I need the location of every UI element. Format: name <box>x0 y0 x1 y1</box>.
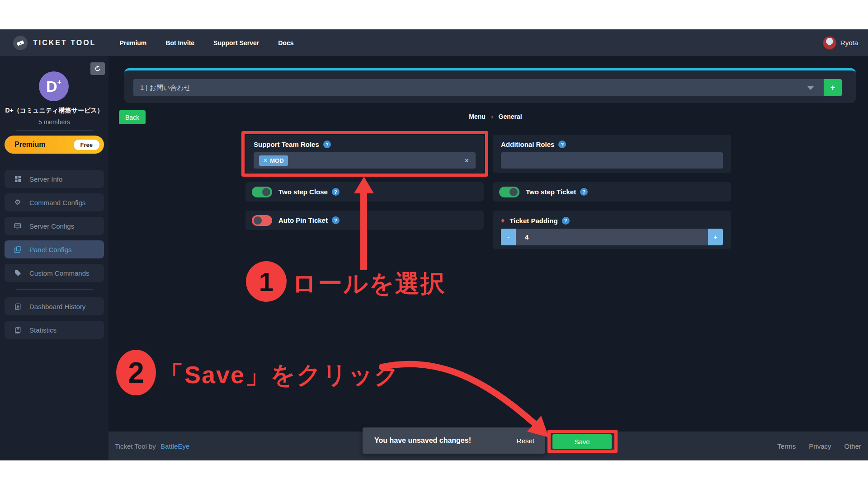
increment-button[interactable]: + <box>708 229 723 245</box>
divider <box>16 130 93 131</box>
other-link[interactable]: Other <box>844 442 861 450</box>
sidebar-item-server-configs[interactable]: Server Configs <box>5 217 104 235</box>
refresh-icon <box>94 66 101 72</box>
sidebar-nav: Server Info ⚙ Command Configs Server Con… <box>5 170 104 282</box>
window-icon <box>14 223 22 230</box>
support-team-roles-label: Support Team Roles <box>254 141 319 148</box>
support-team-roles-input[interactable]: ✕ MOD ✕ <box>254 152 476 169</box>
sidebar-item-label: Server Configs <box>29 222 74 230</box>
auto-pin-ticket-card: Auto Pin Ticket ? <box>245 211 484 230</box>
two-step-close-card: Two step Close ? <box>245 182 484 202</box>
journal-icon <box>14 303 22 310</box>
help-icon[interactable]: ? <box>332 216 340 224</box>
help-icon[interactable]: ? <box>580 188 588 196</box>
help-icon[interactable]: ? <box>323 141 331 148</box>
two-step-close-toggle[interactable] <box>252 187 272 197</box>
sidebar-item-statistics[interactable]: Statistics <box>5 321 104 339</box>
selected-panel: 1 | お問い合わせ <box>140 84 191 92</box>
ticket-tool-logo[interactable]: TICKET TOOL <box>13 36 96 50</box>
sidebar-item-label: Dashboard History <box>29 303 85 310</box>
back-button[interactable]: Back <box>119 110 146 124</box>
nav-link-bot-invite[interactable]: Bot Invite <box>165 39 194 47</box>
nav-link-support-server[interactable]: Support Server <box>213 39 259 47</box>
two-step-ticket-label: Two step Ticket <box>526 188 576 196</box>
remove-role-icon[interactable]: ✕ <box>263 158 267 164</box>
panels-icon <box>14 246 22 253</box>
sidebar-item-dashboard-history[interactable]: Dashboard History <box>5 297 104 315</box>
two-step-ticket-card: Two step Ticket ? <box>493 182 731 202</box>
panel-select-dropdown[interactable]: 1 | お問い合わせ <box>133 79 824 96</box>
sidebar: D+ D+（コミュニティ構築サービス） 5 members Premium Fr… <box>0 56 108 460</box>
user-name: Ryota <box>840 39 858 47</box>
server-avatar: D+ <box>39 71 69 101</box>
terms-link[interactable]: Terms <box>777 442 796 450</box>
tag-icon <box>14 270 22 277</box>
panel-selector-card: 1 | お問い合わせ + <box>124 68 856 103</box>
breadcrumb-current: General <box>499 113 522 120</box>
premium-gem-icon: ♦ <box>501 216 505 225</box>
nav-link-premium[interactable]: Premium <box>119 39 146 47</box>
sidebar-nav-secondary: Dashboard History Statistics <box>5 297 104 339</box>
help-icon[interactable]: ? <box>332 188 340 196</box>
decrement-button[interactable]: - <box>501 229 516 245</box>
battleeye-link[interactable]: BattleEye <box>160 442 189 450</box>
footer-links: Terms Privacy Other <box>777 442 861 450</box>
role-tag-mod: ✕ MOD <box>259 155 288 166</box>
top-navbar: TICKET TOOL Premium Bot Invite Support S… <box>0 29 868 56</box>
ticket-tool-app: TICKET TOOL Premium Bot Invite Support S… <box>0 29 868 460</box>
clear-roles-icon[interactable]: ✕ <box>464 157 469 164</box>
user-avatar <box>823 36 836 50</box>
help-icon[interactable]: ? <box>562 217 570 225</box>
reset-button[interactable]: Reset <box>517 437 534 445</box>
main-content: 1 | お問い合わせ + Back Menu › General <box>108 56 868 460</box>
sidebar-item-label: Panel Configs <box>29 246 71 253</box>
server-name: D+（コミュニティ構築サービス） <box>0 107 108 115</box>
save-button[interactable]: Save <box>552 434 612 449</box>
ticket-padding-value[interactable]: 4 <box>516 229 708 245</box>
logo-text: TICKET TOOL <box>33 39 96 47</box>
sidebar-item-label: Statistics <box>29 326 57 334</box>
ticket-icon <box>13 36 28 50</box>
breadcrumb: Menu › General <box>469 113 522 120</box>
privacy-link[interactable]: Privacy <box>809 442 831 450</box>
refresh-server-button[interactable] <box>90 62 105 75</box>
footer-credit: Ticket Tool by BattleEye <box>115 442 189 450</box>
add-panel-button[interactable]: + <box>824 79 842 96</box>
page: TICKET TOOL Premium Bot Invite Support S… <box>0 0 868 488</box>
sidebar-item-panel-configs[interactable]: Panel Configs <box>5 240 104 258</box>
journal-icon <box>14 327 22 333</box>
ticket-padding-stepper: - 4 + <box>501 229 723 245</box>
breadcrumb-separator: › <box>491 113 493 120</box>
additional-roles-input[interactable] <box>501 152 723 169</box>
sidebar-item-custom-commands[interactable]: Custom Commands <box>5 264 104 282</box>
premium-upgrade-button[interactable]: Premium Free <box>5 136 104 154</box>
divider <box>16 161 93 161</box>
sidebar-item-label: Custom Commands <box>29 269 90 277</box>
two-step-close-label: Two step Close <box>278 188 328 196</box>
sidebar-item-label: Command Configs <box>29 199 85 206</box>
nav-link-docs[interactable]: Docs <box>278 39 293 47</box>
help-icon[interactable]: ? <box>558 141 566 148</box>
ticket-padding-label: Ticket Padding <box>509 217 557 225</box>
navbar-links: Premium Bot Invite Support Server Docs <box>119 39 293 47</box>
divider <box>16 289 93 290</box>
support-team-roles-card: Support Team Roles ? ✕ MOD ✕ <box>245 135 484 173</box>
member-count: 5 members <box>0 118 108 126</box>
sidebar-item-server-info[interactable]: Server Info <box>5 170 104 188</box>
auto-pin-ticket-toggle[interactable] <box>252 215 272 226</box>
auto-pin-ticket-label: Auto Pin Ticket <box>278 216 328 224</box>
additional-roles-label: Additional Roles <box>501 141 554 148</box>
two-step-ticket-toggle[interactable] <box>499 187 519 197</box>
toolbar: Back Menu › General <box>108 110 868 124</box>
grid-icon <box>14 176 22 183</box>
settings-grid: Support Team Roles ? ✕ MOD ✕ Additional … <box>245 135 731 249</box>
plan-badge: Free <box>74 140 99 150</box>
user-menu[interactable]: Ryota <box>823 29 858 56</box>
ticket-padding-card: ♦ Ticket Padding ? - 4 + <box>493 211 731 249</box>
additional-roles-card: Additional Roles ? <box>493 135 731 173</box>
sidebar-item-label: Server Info <box>29 175 62 183</box>
chevron-down-icon <box>807 86 814 90</box>
gear-icon: ⚙ <box>14 199 22 206</box>
breadcrumb-menu[interactable]: Menu <box>469 113 486 120</box>
sidebar-item-command-configs[interactable]: ⚙ Command Configs <box>5 193 104 211</box>
